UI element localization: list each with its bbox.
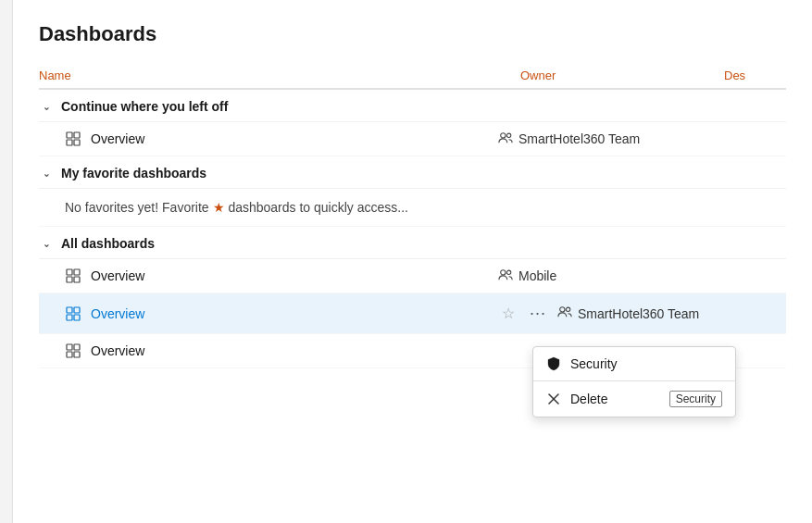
row-owner: SmartHotel360 Team	[498, 131, 683, 147]
svg-rect-19	[74, 344, 80, 350]
sidebar-strip	[0, 0, 13, 523]
dashboard-grid-icon	[65, 268, 81, 284]
people-icon	[557, 305, 572, 321]
col-desc-header: Des	[724, 68, 786, 82]
svg-rect-12	[67, 307, 72, 313]
svg-point-11	[506, 270, 510, 274]
context-menu: Security Delete Security	[532, 346, 736, 417]
svg-rect-20	[67, 352, 72, 357]
dashboard-grid-icon	[65, 131, 81, 147]
context-menu-delete-label: Delete	[570, 392, 660, 406]
svg-point-16	[560, 307, 565, 312]
people-icon	[498, 131, 513, 147]
svg-point-4	[501, 132, 506, 137]
section-continue: ⌄ Continue where you left off Overview	[39, 90, 786, 156]
context-menu-item-security[interactable]: Security	[533, 347, 735, 380]
table-header: Name Owner Des	[39, 68, 786, 90]
section-all-header[interactable]: ⌄ All dashboards	[39, 227, 786, 259]
security-badge: Security	[669, 391, 722, 407]
context-menu-item-delete[interactable]: Delete Security	[533, 381, 735, 417]
row-name-link[interactable]: Overview	[91, 306, 498, 321]
row-owner: Mobile	[498, 268, 683, 284]
table-row: Overview ☆ ··· SmartHotel360 Team	[39, 293, 786, 334]
owner-name: SmartHotel360 Team	[518, 131, 640, 146]
col-name-header: Name	[39, 68, 520, 82]
svg-point-10	[501, 269, 506, 274]
svg-rect-0	[67, 132, 72, 138]
page-title: Dashboards	[39, 22, 786, 46]
page-container: Dashboards Name Owner Des ⌄ Continue whe…	[0, 0, 812, 523]
dashboard-grid-icon	[65, 342, 81, 359]
section-continue-header[interactable]: ⌄ Continue where you left off	[39, 90, 786, 122]
svg-rect-6	[67, 269, 72, 275]
chevron-down-icon: ⌄	[39, 166, 54, 181]
svg-rect-15	[74, 315, 80, 320]
section-favorites-header[interactable]: ⌄ My favorite dashboards	[39, 156, 786, 189]
close-icon	[546, 392, 561, 406]
table-row: Overview Mobile	[39, 259, 786, 293]
section-favorites-label: My favorite dashboards	[61, 166, 206, 181]
favorites-message: No favorites yet! Favorite ★ dashboards …	[39, 189, 786, 227]
svg-point-5	[506, 133, 510, 137]
section-favorites: ⌄ My favorite dashboards No favorites ye…	[39, 156, 786, 227]
dashboard-grid-icon	[65, 305, 81, 322]
owner-name: Mobile	[518, 268, 556, 283]
table-row: Overview SmartHotel360 Team	[39, 122, 786, 156]
chevron-down-icon: ⌄	[39, 236, 54, 251]
svg-rect-1	[74, 132, 80, 138]
svg-rect-21	[74, 352, 80, 357]
svg-rect-2	[67, 140, 72, 145]
row-name: Overview	[91, 268, 498, 283]
svg-rect-14	[67, 315, 72, 320]
more-options-button[interactable]: ···	[526, 302, 550, 325]
svg-rect-18	[67, 344, 72, 350]
shield-icon	[546, 356, 561, 371]
people-icon	[498, 268, 513, 284]
main-content: Dashboards Name Owner Des ⌄ Continue whe…	[13, 0, 812, 523]
context-menu-security-label: Security	[570, 356, 722, 371]
section-continue-label: Continue where you left off	[61, 99, 228, 114]
star-icon: ★	[213, 200, 225, 215]
svg-rect-9	[74, 277, 80, 282]
row-actions: ☆ ···	[498, 302, 550, 325]
favorite-button[interactable]: ☆	[498, 303, 518, 324]
svg-point-17	[566, 307, 569, 311]
svg-rect-7	[74, 269, 80, 275]
col-owner-header: Owner	[520, 68, 724, 82]
svg-rect-3	[74, 140, 80, 145]
owner-name: SmartHotel360 Team	[578, 306, 699, 321]
section-all-label: All dashboards	[61, 236, 155, 251]
svg-rect-13	[74, 307, 80, 313]
chevron-down-icon: ⌄	[39, 99, 54, 114]
row-owner: SmartHotel360 Team	[557, 305, 743, 321]
svg-rect-8	[67, 277, 72, 282]
row-name: Overview	[91, 343, 498, 358]
row-name: Overview	[91, 131, 498, 146]
